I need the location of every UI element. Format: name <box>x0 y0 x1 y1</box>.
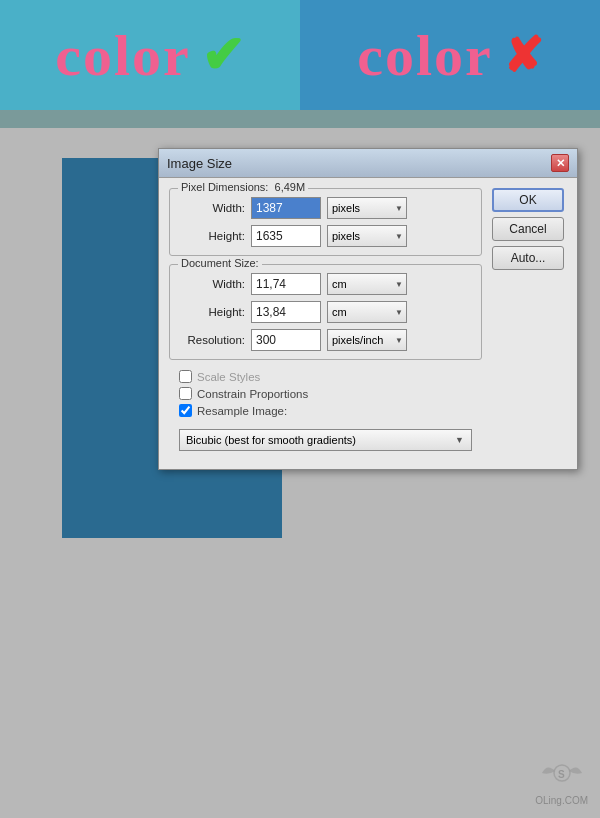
top-banner: color ✔ color ✘ <box>0 0 600 110</box>
divider-bar <box>0 110 600 128</box>
bicubic-select[interactable]: Bicubic (best for smooth gradients) <box>179 429 472 451</box>
scale-styles-row: Scale Styles <box>179 370 472 383</box>
constrain-proportions-label: Constrain Proportions <box>197 388 308 400</box>
pixel-dimensions-section: Pixel Dimensions: 6,49M Width: pixels <box>169 188 482 256</box>
doc-width-label: Width: <box>180 278 245 290</box>
resample-image-checkbox[interactable] <box>179 404 192 417</box>
doc-width-row: Width: cm <box>180 273 471 295</box>
cancel-button[interactable]: Cancel <box>492 217 564 241</box>
doc-height-row: Height: cm <box>180 301 471 323</box>
doc-width-unit-wrapper: cm <box>327 273 407 295</box>
pixel-width-unit-select[interactable]: pixels <box>327 197 407 219</box>
pixel-width-unit-wrapper: pixels <box>327 197 407 219</box>
constrain-proportions-row: Constrain Proportions <box>179 387 472 400</box>
doc-height-label: Height: <box>180 306 245 318</box>
dialog-title: Image Size <box>167 156 232 171</box>
doc-width-unit-select[interactable]: cm <box>327 273 407 295</box>
resolution-row: Resolution: pixels/inch <box>180 329 471 351</box>
doc-height-input[interactable] <box>251 301 321 323</box>
scale-styles-label: Scale Styles <box>197 371 260 383</box>
pixel-width-input[interactable] <box>251 197 321 219</box>
banner-right-text: color <box>357 22 493 89</box>
scale-styles-checkbox[interactable] <box>179 370 192 383</box>
document-size-label: Document Size: <box>178 257 262 269</box>
pixel-height-row: Height: pixels <box>180 225 471 247</box>
pixel-width-label: Width: <box>180 202 245 214</box>
pixel-height-unit-select[interactable]: pixels <box>327 225 407 247</box>
document-size-section: Document Size: Width: cm Height: <box>169 264 482 360</box>
dialog-close-button[interactable]: ✕ <box>551 154 569 172</box>
dialog-body: Pixel Dimensions: 6,49M Width: pixels <box>159 178 577 469</box>
svg-text:S: S <box>558 769 565 780</box>
dialog-titlebar: Image Size ✕ <box>159 149 577 178</box>
x-mark-icon: ✘ <box>503 27 543 83</box>
resolution-unit-select[interactable]: pixels/inch <box>327 329 407 351</box>
image-size-dialog: Image Size ✕ Pixel Dimensions: 6,49M Wid… <box>158 148 578 470</box>
ok-button[interactable]: OK <box>492 188 564 212</box>
pixel-height-unit-wrapper: pixels <box>327 225 407 247</box>
bicubic-row: Bicubic (best for smooth gradients) <box>169 429 482 459</box>
banner-right: color ✘ <box>300 0 600 110</box>
main-area: Image Size ✕ Pixel Dimensions: 6,49M Wid… <box>0 128 600 818</box>
doc-width-input[interactable] <box>251 273 321 295</box>
pixel-width-row: Width: pixels <box>180 197 471 219</box>
resample-image-row: Resample Image: <box>179 404 472 417</box>
resolution-label: Resolution: <box>180 334 245 346</box>
watermark-logo-icon: S <box>537 753 587 793</box>
bicubic-select-wrapper: Bicubic (best for smooth gradients) <box>179 429 472 451</box>
watermark-text: OLing.COM <box>535 795 588 806</box>
dialog-right-panel: OK Cancel Auto... <box>492 188 567 459</box>
pixel-dimensions-label: Pixel Dimensions: 6,49M <box>178 181 308 193</box>
doc-height-unit-wrapper: cm <box>327 301 407 323</box>
checkmark-icon: ✔ <box>201 25 245 85</box>
auto-button[interactable]: Auto... <box>492 246 564 270</box>
pixel-height-input[interactable] <box>251 225 321 247</box>
pixel-height-label: Height: <box>180 230 245 242</box>
dialog-left-panel: Pixel Dimensions: 6,49M Width: pixels <box>169 188 482 459</box>
resample-image-label: Resample Image: <box>197 405 287 417</box>
watermark: S OLing.COM <box>535 753 588 806</box>
checkboxes-area: Scale Styles Constrain Proportions Resam… <box>169 368 482 429</box>
resolution-unit-wrapper: pixels/inch <box>327 329 407 351</box>
banner-left-text: color <box>55 22 191 89</box>
doc-height-unit-select[interactable]: cm <box>327 301 407 323</box>
resolution-input[interactable] <box>251 329 321 351</box>
banner-left: color ✔ <box>0 0 300 110</box>
constrain-proportions-checkbox[interactable] <box>179 387 192 400</box>
